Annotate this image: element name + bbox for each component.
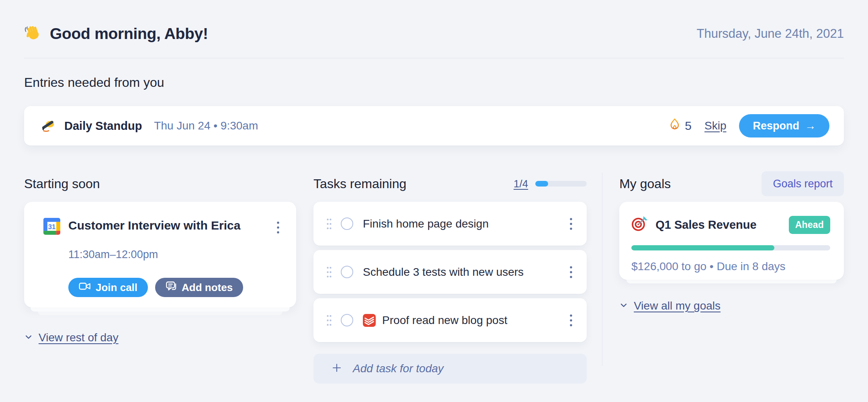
task-row[interactable]: Schedule 3 tests with new users — [313, 250, 587, 294]
standup-title: Daily Standup — [64, 119, 142, 133]
task-row[interactable]: Proof read new blog post — [313, 298, 587, 342]
standup-actions: 5 Skip Respond → — [669, 114, 829, 137]
task-checkbox[interactable] — [341, 314, 353, 326]
goals-report-button[interactable]: Goals report — [762, 171, 844, 196]
entries-heading: Entries needed from you — [24, 75, 844, 90]
goal-status-text: $126,000 to go • Due in 8 days — [631, 260, 830, 273]
stacked-card-edge — [31, 308, 290, 312]
chat-notes-icon — [166, 281, 177, 294]
page-header: Good morning, Abby! Thursday, June 24th,… — [24, 19, 844, 48]
add-task-input[interactable]: Add task for today — [313, 354, 587, 384]
tasks-column: Tasks remaining 1/4 Finish home page des… — [313, 171, 587, 384]
goals-column: My goals Goals report — [619, 171, 844, 384]
event-card: 31 Customer Interview with Erica 11:30am… — [24, 202, 296, 308]
plus-icon — [331, 362, 342, 375]
starting-soon-heading: Starting soon — [24, 176, 100, 191]
view-all-goals-link[interactable]: View all my goals — [634, 299, 721, 312]
tasks-progress-bar — [535, 181, 587, 187]
column-divider — [602, 173, 602, 366]
stacked-card-edge — [626, 280, 837, 283]
drag-handle-icon[interactable] — [326, 314, 332, 326]
todoist-icon — [363, 314, 376, 327]
dashboard: Good morning, Abby! Thursday, June 24th,… — [0, 0, 868, 384]
view-rest-of-day-link[interactable]: View rest of day — [39, 331, 119, 344]
goals-heading: My goals — [619, 176, 671, 191]
tasks-progress: 1/4 — [514, 178, 587, 190]
task-label: Proof read new blog post — [382, 314, 507, 327]
svg-text:31: 31 — [48, 223, 56, 231]
kebab-menu-icon[interactable] — [274, 218, 282, 237]
task-row[interactable]: Finish home page design — [313, 202, 587, 246]
join-call-button[interactable]: Join call — [68, 278, 148, 297]
task-label: Schedule 3 tests with new users — [363, 266, 524, 279]
tasks-progress-link[interactable]: 1/4 — [514, 178, 528, 190]
waving-hand-icon — [24, 24, 42, 43]
goal-status-badge: Ahead — [789, 216, 830, 234]
event-time: 11:30am–12:00pm — [68, 248, 282, 261]
task-checkbox[interactable] — [341, 266, 353, 278]
standup-schedule: Thu Jun 24 • 9:30am — [154, 119, 258, 132]
goal-card[interactable]: Q1 Sales Revenue Ahead $126,000 to go • … — [619, 202, 844, 280]
skip-link[interactable]: Skip — [704, 119, 726, 132]
goal-progress-fill — [631, 245, 774, 250]
chevron-down-icon — [24, 332, 33, 343]
kebab-menu-icon[interactable] — [567, 263, 575, 282]
kebab-menu-icon[interactable] — [567, 311, 575, 330]
google-calendar-icon: 31 — [43, 218, 60, 236]
arrow-right-icon: → — [805, 120, 816, 132]
event-card-stack: 31 Customer Interview with Erica 11:30am… — [24, 202, 296, 315]
goal-title: Q1 Sales Revenue — [655, 218, 756, 232]
header-divider — [24, 58, 844, 58]
goal-progress-bar — [631, 245, 830, 250]
tasks-progress-fill — [535, 181, 548, 187]
tasks-heading: Tasks remaining — [313, 176, 406, 191]
starting-soon-column: Starting soon — [24, 171, 296, 384]
video-camera-icon — [79, 281, 91, 294]
drag-handle-icon[interactable] — [326, 266, 332, 278]
add-task-placeholder: Add task for today — [353, 362, 444, 375]
dart-target-icon — [631, 215, 648, 234]
standup-entry-card: Daily Standup Thu Jun 24 • 9:30am 5 — [24, 106, 844, 146]
event-title: Customer Interview with Erica — [68, 218, 274, 233]
current-date: Thursday, June 24th, 2021 — [696, 27, 844, 41]
add-notes-button[interactable]: Add notes — [155, 278, 243, 297]
task-checkbox[interactable] — [341, 217, 353, 230]
chevron-down-icon — [619, 301, 628, 311]
greeting: Good morning, Abby! — [24, 24, 208, 43]
streak-count: 5 — [685, 119, 692, 133]
streak-counter: 5 — [669, 118, 692, 134]
respond-button[interactable]: Respond → — [739, 114, 829, 137]
dashboard-columns: Starting soon — [24, 171, 844, 384]
flame-icon — [669, 118, 681, 134]
drag-handle-icon[interactable] — [326, 218, 332, 230]
writing-hand-icon — [40, 117, 55, 134]
kebab-menu-icon[interactable] — [567, 214, 575, 234]
page-title: Good morning, Abby! — [50, 25, 208, 43]
task-label: Finish home page design — [363, 217, 489, 230]
stacked-card-edge — [38, 312, 283, 315]
